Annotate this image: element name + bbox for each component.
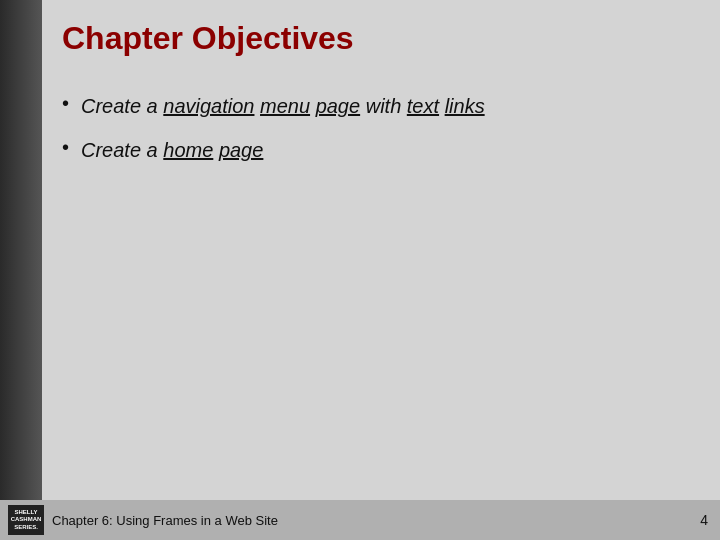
bullet-text: Create a navigation menu page with text … <box>81 92 485 120</box>
logo: SHELLYCASHMANSERIES. <box>8 505 44 535</box>
with-text: with <box>360 95 407 117</box>
bullet-prefix-2: Create a <box>81 139 163 161</box>
slide-container: Chapter Objectives • Create a navigation… <box>0 0 720 540</box>
link-menu: menu <box>260 95 310 117</box>
bottom-bar: SHELLYCASHMANSERIES. Chapter 6: Using Fr… <box>0 500 720 540</box>
bottom-left: SHELLYCASHMANSERIES. Chapter 6: Using Fr… <box>8 505 278 535</box>
bullet-dot: • <box>62 92 69 115</box>
link-navigation: navigation <box>163 95 254 117</box>
footer-course-text: Chapter 6: Using Frames in a Web Site <box>52 513 278 528</box>
logo-text: SHELLYCASHMANSERIES. <box>11 509 42 531</box>
content-area: Chapter Objectives • Create a navigation… <box>42 0 720 500</box>
link-text: text <box>407 95 439 117</box>
list-item: • Create a navigation menu page with tex… <box>62 92 690 120</box>
bullet-prefix-1: Create a <box>81 95 163 117</box>
bullet-dot: • <box>62 136 69 159</box>
slide-title: Chapter Objectives <box>62 20 690 62</box>
bullet-text: Create a home page <box>81 136 263 164</box>
link-home: home <box>163 139 213 161</box>
left-bar <box>0 0 42 540</box>
link-links: links <box>445 95 485 117</box>
list-item: • Create a home page <box>62 136 690 164</box>
link-page2: page <box>219 139 264 161</box>
link-page1: page <box>316 95 361 117</box>
bullet-list: • Create a navigation menu page with tex… <box>62 92 690 164</box>
page-number: 4 <box>700 512 708 528</box>
